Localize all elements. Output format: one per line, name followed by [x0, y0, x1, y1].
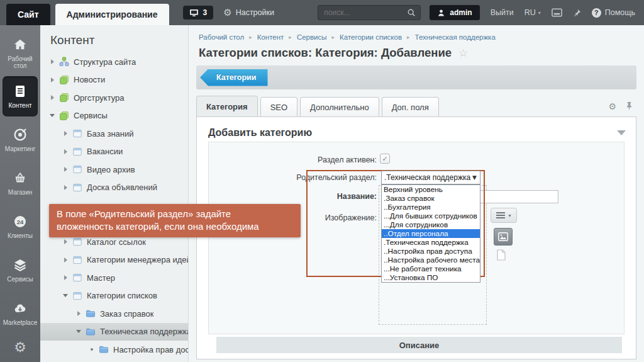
tree-item-label: Доска объявлений	[87, 183, 157, 192]
topbar-tab-1[interactable]: Администрирование	[55, 4, 169, 25]
tree-item[interactable]: Мастер	[40, 269, 188, 287]
active-checkbox[interactable]: ✓	[380, 154, 390, 164]
tree-item[interactable]: Техническая поддержка	[40, 323, 188, 341]
sidebar-item-5[interactable]: Сервисы	[3, 250, 38, 290]
tree-item[interactable]: Категории списков	[40, 287, 188, 305]
user-button[interactable]: admin	[430, 5, 479, 20]
breadcrumb-link[interactable]: Техническая поддержка	[415, 33, 496, 41]
dropdown-option-9[interactable]: ...Не работает техника	[382, 264, 480, 273]
categories-back-button[interactable]: Категории	[200, 69, 268, 86]
notifications-count: 3	[203, 8, 208, 17]
search-input[interactable]	[323, 8, 407, 18]
expand-arrow-icon[interactable]	[62, 294, 69, 297]
tree-item-label: Категории менеджера идей	[87, 255, 188, 264]
expand-arrow-icon[interactable]	[49, 59, 55, 64]
tree-item-label: Категории списков	[87, 291, 157, 300]
dropdown-option-1[interactable]: .Заказ справок	[382, 194, 480, 203]
folder-icon	[99, 344, 109, 354]
expand-arrow-icon[interactable]	[49, 95, 55, 100]
breadcrumb-link[interactable]: Категории списков	[340, 33, 402, 41]
tree-item[interactable]: Доска объявлений	[40, 179, 188, 197]
expand-arrow-icon[interactable]	[62, 185, 69, 190]
image-menu-button[interactable]: ▾	[491, 208, 517, 223]
breadcrumb-link[interactable]: Рабочий стол	[199, 33, 244, 41]
sidebar-item-6[interactable]: Marketplace	[3, 293, 38, 334]
dropdown-option-4[interactable]: ...Для сотрудников	[382, 220, 480, 229]
basket-icon	[13, 170, 28, 186]
topbar-settings[interactable]: ⚙ Настройки	[223, 8, 274, 18]
pin-icon[interactable]	[626, 101, 633, 111]
help-button[interactable]: ? Помощь	[592, 8, 635, 18]
tab-1[interactable]: SEO	[260, 97, 297, 116]
notifications-badge[interactable]: 3	[183, 6, 214, 20]
expand-arrow-icon[interactable]	[75, 330, 82, 333]
dropdown-option-5[interactable]: ..Отдел персонала	[382, 229, 480, 238]
expand-arrow-icon[interactable]	[62, 239, 69, 244]
hamburger-icon	[496, 215, 505, 216]
dropdown-option-8[interactable]: ..Настройка рабочего места	[382, 256, 480, 264]
dropdown-option-7[interactable]: ..Настройка прав доступа	[382, 247, 480, 256]
tree-item[interactable]: Новости	[40, 71, 188, 89]
dropdown-option-2[interactable]: ..Бухгалтерия	[382, 203, 480, 212]
expand-arrow-icon[interactable]	[62, 131, 69, 136]
tree-title: Контент	[50, 33, 188, 47]
dropdown-option-10[interactable]: ...Установка ПО	[382, 273, 480, 282]
tree-item[interactable]: Сервисы	[40, 107, 188, 125]
expand-arrow-icon[interactable]	[62, 149, 69, 154]
gear-icon[interactable]: ⚙	[608, 102, 616, 111]
target-icon	[13, 127, 28, 143]
sidebar-item-3[interactable]: Магазин	[3, 163, 38, 203]
dropdown-option-0[interactable]: Верхний уровень	[382, 185, 480, 194]
sidebar-settings-button[interactable]: ⚙	[0, 341, 40, 354]
expand-arrow-icon[interactable]	[62, 275, 69, 280]
pin-icon[interactable]	[573, 9, 581, 17]
file-icon	[497, 249, 506, 263]
topbar-tab-0[interactable]: Сайт	[6, 4, 50, 25]
search-icon[interactable]	[407, 8, 416, 17]
tree-item-label: Видео архив	[87, 165, 135, 174]
folder-icon	[86, 308, 96, 319]
tree-item[interactable]: Оргструктура	[40, 89, 188, 107]
parent-dropdown: Верхний уровень.Заказ справок..Бухгалтер…	[381, 184, 480, 283]
tree-item[interactable]: Видео архив	[40, 161, 188, 179]
expand-arrow-icon[interactable]	[49, 114, 55, 117]
dropdown-option-3[interactable]: ...Для бывших сотрудников	[382, 212, 480, 220]
tree-item[interactable]: Категории менеджера идей	[40, 251, 188, 269]
window-icon	[72, 291, 82, 301]
description-section-header[interactable]: Описание	[216, 337, 622, 353]
clients-24-icon: 24	[13, 213, 28, 230]
tree-item[interactable]: Структура сайта	[40, 53, 188, 71]
logout-link[interactable]: Выйти	[491, 8, 514, 17]
sidebar-item-4[interactable]: 24 Клиенты	[3, 206, 38, 247]
expand-arrow-icon[interactable]	[75, 311, 82, 316]
tree-item[interactable]: Вакансии	[40, 143, 188, 161]
breadcrumb-link[interactable]: Сервисы	[297, 33, 327, 41]
expand-arrow-icon[interactable]	[62, 167, 69, 172]
tab-0[interactable]: Категория	[196, 96, 258, 116]
tree-item-label: Сервисы	[74, 111, 108, 120]
dropdown-option-6[interactable]: .Техническая поддержка	[382, 238, 480, 247]
window-icon	[72, 128, 82, 139]
sidebar-item-0[interactable]: Рабочий стол	[3, 33, 38, 73]
sidebar-item-2[interactable]: Маркетинг	[3, 120, 38, 160]
expand-arrow-icon[interactable]	[49, 77, 55, 82]
language-selector[interactable]: RU ▾	[525, 8, 541, 17]
tree-item[interactable]: Заказ справок	[40, 305, 188, 323]
parent-select[interactable]: .Техническая поддержка ▼	[381, 171, 480, 184]
tab-2[interactable]: Дополнительно	[300, 97, 379, 116]
tree-item[interactable]: Настройка прав доступа	[40, 341, 188, 359]
sidebar-item-1[interactable]: Контент	[3, 76, 38, 116]
expand-arrow-icon[interactable]	[62, 257, 69, 263]
layers-icon	[13, 257, 28, 273]
breadcrumb-link[interactable]: Контент	[257, 33, 284, 41]
panel-icon[interactable]	[552, 8, 562, 17]
chevron-down-icon: ▼	[472, 174, 477, 181]
tree-item[interactable]: База знаний	[40, 125, 188, 143]
image-upload-button[interactable]	[494, 228, 513, 246]
tree-item-label: Настройка прав доступа	[113, 345, 188, 354]
collapse-arrow-icon[interactable]	[617, 130, 626, 135]
star-icon[interactable]: ☆	[458, 48, 468, 59]
tree-item-label: Мастер	[87, 273, 115, 283]
svg-text:24: 24	[17, 218, 24, 225]
tab-3[interactable]: Доп. поля	[382, 97, 439, 116]
